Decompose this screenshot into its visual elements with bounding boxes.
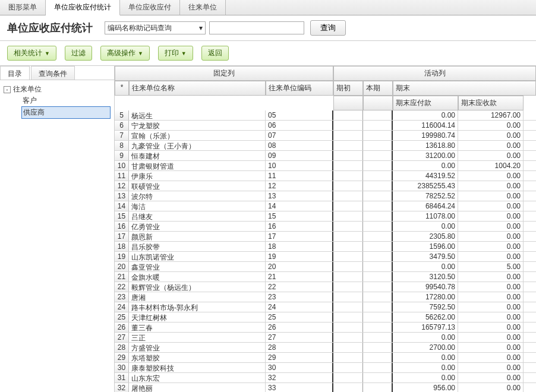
main: 目录 查询条件 - 往来单位 客户 供应商 固定列 * 往来单位名称 往来单位编… — [0, 65, 536, 392]
cell-name: 昌乐胶带 — [129, 242, 266, 251]
tab-catalog[interactable]: 目录 — [0, 66, 30, 80]
row-number: 24 — [115, 302, 129, 312]
tab-ap[interactable]: 单位应收应付 — [120, 0, 180, 15]
cell-pay: 7592.50 — [393, 302, 458, 312]
related-stats-button[interactable]: 相关统计▼ — [7, 46, 56, 61]
header-qm[interactable]: 期末 — [393, 81, 536, 96]
cell-bq — [363, 151, 393, 160]
header-code[interactable]: 往来单位编码 — [266, 81, 333, 96]
grid: 固定列 * 往来单位名称 往来单位编码 活动列 期初 本期 期末 期末应付款 — [115, 66, 536, 392]
table-row[interactable]: 21金旗水暖213120.500.00 — [115, 272, 536, 282]
cell-qc — [333, 201, 363, 211]
cell-name: 山东东宏 — [129, 373, 266, 382]
cell-recv: 0.00 — [458, 191, 524, 201]
advanced-button[interactable]: 高级操作▼ — [100, 46, 150, 61]
header-name[interactable]: 往来单位名称 — [129, 81, 266, 96]
cell-name: 天津红树林 — [129, 312, 266, 322]
header-recv[interactable]: 期末应收款 — [458, 96, 524, 110]
header-pay[interactable]: 期末应付款 — [393, 96, 458, 110]
table-row[interactable]: 14海洁1468464.240.00 — [115, 201, 536, 211]
table-row[interactable]: 27三正270.000.00 — [115, 333, 536, 343]
row-number: 29 — [115, 353, 129, 362]
cell-name: 康泰塑胶科技 — [129, 363, 266, 372]
header-fixed-cols: 固定列 — [115, 66, 333, 81]
table-row[interactable]: 9恒泰建材0931200.000.00 — [115, 151, 536, 161]
table-row[interactable]: 8九豪管业（王小青）0813618.800.00 — [115, 141, 536, 151]
table-row[interactable]: 30康泰塑胶科技300.000.00 — [115, 363, 536, 373]
cell-bq — [363, 191, 393, 201]
table-row[interactable]: 16亿勇管业160.000.00 — [115, 222, 536, 232]
cell-name: 亿勇管业 — [129, 222, 266, 231]
print-button[interactable]: 打印▼ — [158, 46, 193, 61]
table-row[interactable]: 13波尔特1378252.520.00 — [115, 191, 536, 201]
table-row[interactable]: 19山东凯诺管业193479.500.00 — [115, 252, 536, 262]
tree-item-supplier[interactable]: 供应商 — [21, 106, 111, 119]
row-number: 8 — [115, 141, 129, 150]
cell-recv: 0.00 — [458, 141, 524, 150]
tree-item-customer[interactable]: 客户 — [21, 95, 111, 106]
table-row[interactable]: 10甘肃银财管道100.001004.20 — [115, 161, 536, 171]
table-row[interactable]: 12联硕管业122385255.430.00 — [115, 181, 536, 191]
cell-bq — [363, 312, 393, 322]
header-mark[interactable]: * — [115, 81, 129, 96]
cell-bq — [363, 171, 393, 181]
table-row[interactable]: 6宁龙塑胶06116004.140.00 — [115, 121, 536, 131]
cell-qc — [333, 252, 363, 261]
table-row[interactable]: 25天津红树林2556262.000.00 — [115, 312, 536, 323]
top-tabs: 图形菜单 单位应收应付统计 单位应收应付 往来单位 — [0, 0, 536, 15]
row-number: 17 — [115, 232, 129, 241]
table-row[interactable]: 18昌乐胶带181596.000.00 — [115, 242, 536, 252]
header-bq2 — [363, 96, 393, 110]
cell-recv: 0.00 — [458, 383, 524, 392]
cell-code: 06 — [266, 121, 333, 130]
row-number: 30 — [115, 363, 129, 372]
table-row[interactable]: 32屠艳丽33956.000.00 — [115, 383, 536, 392]
cell-name: 海洁 — [129, 201, 266, 211]
row-number: 25 — [115, 312, 129, 322]
cell-pay: 78252.52 — [393, 191, 458, 201]
minus-icon[interactable]: - — [4, 86, 11, 93]
table-row[interactable]: 31山东东宏320.000.00 — [115, 373, 536, 383]
row-number: 7 — [115, 131, 129, 140]
table-row[interactable]: 26董三春26165797.130.00 — [115, 323, 536, 333]
table-row[interactable]: 15吕继友1511078.000.00 — [115, 211, 536, 222]
header-bq[interactable]: 本期 — [363, 81, 393, 96]
table-row[interactable]: 11伊康乐1144319.520.00 — [115, 171, 536, 181]
table-row[interactable]: 22毅辉管业（杨远生）2299540.780.00 — [115, 282, 536, 292]
row-number: 11 — [115, 171, 129, 181]
table-row[interactable]: 29东塔塑胶290.000.00 — [115, 353, 536, 363]
table-row[interactable]: 20鑫亚管业200.005.00 — [115, 262, 536, 272]
table-row[interactable]: 17颜恩新172305.800.00 — [115, 232, 536, 242]
cell-pay: 56262.00 — [393, 312, 458, 322]
cell-qc — [333, 262, 363, 271]
tab-stats[interactable]: 单位应收应付统计 — [46, 0, 120, 15]
cell-bq — [363, 323, 393, 332]
tab-graphic-menu[interactable]: 图形菜单 — [0, 0, 46, 15]
cell-name: 山东凯诺管业 — [129, 252, 266, 261]
page-title: 单位应收应付统计 — [7, 21, 93, 35]
row-number: 10 — [115, 161, 129, 170]
cell-qc — [333, 141, 363, 150]
search-input[interactable] — [209, 21, 304, 34]
cell-qc — [333, 161, 363, 170]
search-button[interactable]: 查询 — [310, 20, 346, 36]
cell-pay: 11078.00 — [393, 211, 458, 221]
table-row[interactable]: 7宣翰（乐派）07199980.740.00 — [115, 131, 536, 141]
tab-query-condition[interactable]: 查询条件 — [31, 66, 75, 80]
filter-button[interactable]: 过滤 — [65, 46, 92, 61]
table-row[interactable]: 23唐湘2317280.000.00 — [115, 292, 536, 302]
cell-recv: 0.00 — [458, 302, 524, 312]
table-row[interactable]: 5杨远生050.0012967.00 — [115, 110, 536, 121]
cell-code: 21 — [266, 272, 333, 282]
table-row[interactable]: 28方盛管业282700.000.00 — [115, 343, 536, 353]
search-type-select[interactable]: 编码名称助记码查询 ▾ — [105, 21, 206, 34]
tab-company[interactable]: 往来单位 — [180, 0, 226, 15]
back-button[interactable]: 返回 — [201, 46, 229, 61]
table-row[interactable]: 24路丰材料市场-郭永利247592.500.00 — [115, 302, 536, 312]
cell-bq — [363, 353, 393, 362]
cell-pay: 0.00 — [393, 262, 458, 271]
cell-code: 33 — [266, 383, 333, 392]
header-qc[interactable]: 期初 — [333, 81, 363, 96]
tree-root[interactable]: - 往来单位 — [4, 84, 111, 95]
cell-qc — [333, 312, 363, 322]
